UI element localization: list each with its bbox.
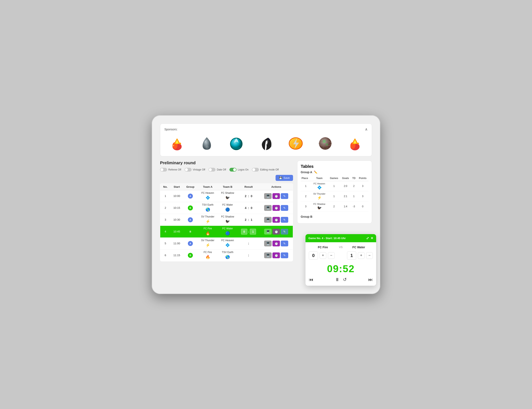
referee-toggle-item[interactable]: Referee Off	[160, 168, 181, 172]
action-display-btn[interactable]: 🖥️	[264, 205, 272, 211]
modal-team-a-name: FC Fire	[309, 246, 337, 249]
group-badge: A	[188, 217, 193, 222]
cell-team-b: FC Heaven 💠	[218, 237, 237, 249]
modal-header-icons: ⤢ ✕	[366, 236, 373, 240]
table-row: 5 11:00 A SV Thunder ⚡ FC Heaven 💠 : 🖥️ …	[160, 237, 293, 249]
timer-skip-back[interactable]: ⏮	[309, 277, 313, 282]
th-games: Games	[328, 176, 340, 181]
referee-label: Referee Off	[168, 168, 181, 171]
timer-reset[interactable]: ↺	[343, 277, 347, 282]
cell-no: 3	[160, 214, 171, 226]
modal-teams-row: FC Fire VS FC Water	[309, 246, 373, 249]
action-display-btn[interactable]: 🖥️	[264, 252, 272, 258]
cell-team-a: FC Fire 🔥	[198, 226, 217, 237]
action-timer-btn[interactable]: ⏱️	[272, 241, 280, 246]
date-label: Date Off	[217, 168, 226, 171]
action-display-btn[interactable]: 🖥️	[264, 193, 272, 199]
editing-toggle[interactable]	[252, 168, 259, 172]
svg-point-12	[319, 137, 332, 150]
date-toggle-item[interactable]: Date Off	[208, 168, 226, 172]
score-a-increment[interactable]: +	[320, 252, 326, 259]
sponsors-collapse-icon[interactable]: ∧	[365, 127, 368, 132]
action-edit-btn[interactable]: ✎	[281, 252, 288, 258]
cell-result: 4:0	[237, 202, 260, 214]
col-start: Start	[171, 183, 183, 190]
table-row: 4 10:45 B FC Fire 🔥 FC Water 🔵 : 🖥️ ⏱️ ✎	[160, 226, 293, 237]
th-goals: Goals	[340, 176, 351, 181]
action-timer-btn[interactable]: ⏱️	[272, 217, 280, 223]
timer-pause[interactable]: ⏸	[335, 277, 340, 282]
sponsor-logo-fire2	[346, 134, 364, 153]
cell-no: 4	[160, 226, 171, 237]
cell-group: A	[183, 237, 198, 249]
sponsor-logo-feather	[257, 134, 275, 153]
col-actions: Actions	[260, 183, 293, 190]
cell-result: 2:1	[237, 214, 260, 226]
controls-row: Referee Off Vintage Off Date Off Logos O…	[160, 168, 293, 181]
cell-result: :	[237, 237, 260, 249]
cell-no: 1	[160, 190, 171, 202]
vintage-label: Vintage Off	[193, 168, 205, 171]
timer-skip-forward[interactable]: ⏭	[368, 277, 373, 282]
cell-no: 6	[160, 249, 171, 261]
action-edit-btn[interactable]: ✎	[281, 205, 288, 211]
modal-close-icon[interactable]: ✕	[370, 236, 373, 240]
cell-start: 10:30	[171, 214, 183, 226]
table-row: 1 10:00 A FC Heaven 💠 FC Shadow 🐦‍⬛ 2:0 …	[160, 190, 293, 202]
logos-label: Logos On	[238, 168, 249, 171]
date-toggle[interactable]	[208, 168, 216, 172]
cell-start: 10:45	[171, 226, 183, 237]
cell-actions: 🖥️ ⏱️ ✎	[260, 226, 293, 237]
score-b-decrement[interactable]: −	[366, 252, 373, 259]
group-a-label: Group A ✏️	[301, 170, 369, 174]
modal-expand-icon[interactable]: ⤢	[366, 236, 369, 240]
score-b-input[interactable]	[250, 229, 256, 234]
cell-team-b: FC Water 🔵	[218, 202, 237, 214]
referee-toggle[interactable]	[160, 168, 167, 172]
modal-header: Game No. 4 - Start: 10:45 Uhr ⤢ ✕	[306, 234, 376, 242]
action-edit-btn[interactable]: ✎	[281, 217, 288, 223]
cell-actions: 🖥️ ⏱️ ✎	[260, 249, 293, 261]
svg-point-2	[179, 143, 181, 144]
cell-team-b: FC Shadow 🐦‍⬛	[218, 214, 237, 226]
cell-team-b: TSV Earth 🌎	[218, 249, 237, 261]
action-timer-btn[interactable]: ⏱️	[272, 193, 280, 199]
standings-table-a: Place Team Games Goals TD Points 1 FC He…	[301, 176, 369, 212]
svg-point-16	[326, 143, 328, 146]
action-display-btn[interactable]: 🖥️	[264, 217, 272, 223]
score-group-a: 0 + −	[309, 251, 334, 260]
score-b-increment[interactable]: +	[358, 252, 364, 259]
save-button[interactable]: 💾 Save	[276, 175, 293, 181]
cell-team-a: TSV Earth 🌎	[198, 202, 217, 214]
standings-row: 2 SV Thunder ⚡ 1 2:1 1 3	[301, 191, 369, 201]
action-edit-btn[interactable]: ✎	[281, 241, 288, 246]
col-no: No.	[160, 183, 171, 190]
schedule-table: No. Start Group Team A Team B Result Act…	[160, 183, 293, 261]
th-team: Team	[311, 176, 328, 181]
action-edit-btn[interactable]: ✎	[281, 193, 288, 199]
vintage-toggle[interactable]	[185, 168, 192, 172]
score-a-decrement[interactable]: −	[328, 252, 334, 259]
action-display-btn[interactable]: 🖥️	[264, 229, 272, 234]
action-display-btn[interactable]: 🖥️	[264, 241, 272, 246]
modal-team-b: FC Water	[345, 246, 373, 249]
logos-toggle[interactable]	[229, 168, 236, 172]
logos-toggle-item[interactable]: Logos On	[229, 168, 249, 172]
action-timer-btn[interactable]: ⏱️	[272, 229, 280, 234]
group-badge: B	[188, 205, 193, 210]
action-timer-btn[interactable]: ⏱️	[272, 252, 280, 258]
save-icon: 💾	[279, 176, 282, 179]
group-a-edit-icon[interactable]: ✏️	[314, 170, 317, 174]
game-modal: Game No. 4 - Start: 10:45 Uhr ⤢ ✕ FC Fir…	[306, 234, 376, 286]
action-timer-btn[interactable]: ⏱️	[272, 205, 280, 211]
group-badge: B	[188, 253, 193, 258]
vintage-toggle-item[interactable]: Vintage Off	[185, 168, 205, 172]
cell-group: B	[183, 202, 198, 214]
sponsor-logo-earth	[316, 134, 334, 153]
action-edit-btn[interactable]: ✎	[281, 229, 288, 234]
cell-team-a: SV Thunder ⚡	[198, 237, 217, 249]
modal-score-row: 0 + − 1 + −	[309, 251, 373, 260]
editing-toggle-item[interactable]: Editing mode Off	[252, 168, 279, 172]
svg-point-4	[206, 146, 209, 149]
score-a-input[interactable]	[241, 229, 247, 234]
